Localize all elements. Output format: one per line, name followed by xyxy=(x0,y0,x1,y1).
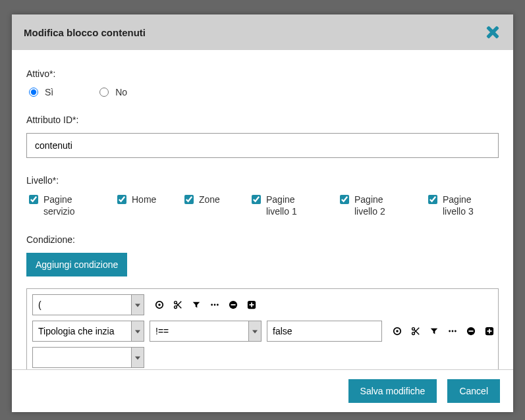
svg-point-15 xyxy=(396,330,399,333)
active-no-label: No xyxy=(115,87,127,97)
level-option-pagine-livello-2[interactable]: Pagine livello 2 xyxy=(340,194,407,217)
plus-icon[interactable] xyxy=(485,327,494,336)
condition-row-actions xyxy=(393,327,494,336)
active-no-radio[interactable] xyxy=(99,88,109,97)
condition-group-select[interactable]: ( xyxy=(32,294,144,315)
condition-operator-select[interactable]: !== xyxy=(150,321,262,342)
level-checkbox[interactable] xyxy=(252,195,261,204)
level-option-label: Pagine livello 1 xyxy=(266,194,319,217)
plus-icon[interactable] xyxy=(247,300,256,309)
level-checkbox[interactable] xyxy=(428,195,437,204)
active-label: Attivo*: xyxy=(26,68,499,79)
minus-icon[interactable] xyxy=(229,300,238,309)
level-label: Livello*: xyxy=(26,175,499,186)
level-checkbox[interactable] xyxy=(29,195,38,204)
svg-point-1 xyxy=(158,304,161,307)
level-option-label: Pagine servizio xyxy=(43,194,96,217)
level-checkbox[interactable] xyxy=(184,195,194,204)
modal-header: Modifica blocco contenuti xyxy=(12,14,513,50)
level-option-label: Home xyxy=(132,194,156,205)
svg-point-7 xyxy=(214,304,216,306)
level-option-zone[interactable]: Zone xyxy=(184,194,231,217)
save-button[interactable]: Salva modifiche xyxy=(348,379,437,403)
active-yes-label: Sì xyxy=(45,87,53,97)
ellipsis-icon[interactable] xyxy=(210,300,219,309)
condition-row-partial xyxy=(32,347,493,368)
svg-point-6 xyxy=(211,304,213,306)
svg-rect-10 xyxy=(231,305,236,306)
modal-footer: Salva modifiche Cancel xyxy=(12,369,513,412)
scissors-icon[interactable] xyxy=(173,300,182,309)
condition-row-expression: Tipologia che inzia !== xyxy=(32,321,493,342)
condition-label: Condizione: xyxy=(26,234,499,245)
modal-body: Attivo*: Sì No Attributo ID*: Livello*: … xyxy=(12,50,513,369)
target-icon[interactable] xyxy=(393,327,402,336)
level-option-home[interactable]: Home xyxy=(117,194,163,217)
close-button[interactable] xyxy=(484,24,501,41)
close-icon xyxy=(484,24,501,41)
svg-rect-24 xyxy=(469,331,474,332)
minus-icon[interactable] xyxy=(466,327,476,336)
svg-point-20 xyxy=(449,330,451,332)
filter-icon[interactable] xyxy=(429,327,439,336)
active-yes-radio[interactable] xyxy=(29,88,38,97)
svg-point-8 xyxy=(217,304,219,306)
add-condition-button[interactable]: Aggiungi condizione xyxy=(26,253,127,276)
filter-icon[interactable] xyxy=(192,300,201,309)
condition-row-group: ( xyxy=(32,294,493,315)
level-checkbox[interactable] xyxy=(340,195,349,204)
svg-point-22 xyxy=(455,330,456,332)
level-checkbox-group: Pagine servizio Home Zone Pagine livello… xyxy=(26,194,499,217)
edit-content-block-modal: Modifica blocco contenuti Attivo*: Sì No… xyxy=(12,14,513,412)
cancel-button[interactable]: Cancel xyxy=(447,379,500,403)
level-option-label: Pagine livello 2 xyxy=(354,194,407,217)
active-no-option[interactable]: No xyxy=(99,87,127,97)
attribute-id-label: Attributo ID*: xyxy=(26,115,499,125)
level-checkbox[interactable] xyxy=(117,195,126,204)
modal-title: Modifica blocco contenuti xyxy=(24,27,146,38)
ellipsis-icon[interactable] xyxy=(448,327,457,336)
condition-value-input[interactable] xyxy=(267,321,382,342)
active-radio-group: Sì No xyxy=(26,87,499,97)
scissors-icon[interactable] xyxy=(411,327,420,336)
condition-attribute-select[interactable]: Tipologia che inzia xyxy=(32,321,144,342)
condition-builder: ( Tipologia che inzia xyxy=(26,288,499,369)
target-icon[interactable] xyxy=(155,300,164,309)
level-option-label: Pagine livello 3 xyxy=(443,194,495,217)
condition-row-actions xyxy=(155,300,256,309)
active-yes-option[interactable]: Sì xyxy=(29,87,53,97)
svg-point-21 xyxy=(452,330,454,332)
condition-attribute-select[interactable] xyxy=(32,347,144,368)
svg-rect-13 xyxy=(251,303,252,307)
level-option-pagine-livello-3[interactable]: Pagine livello 3 xyxy=(428,194,495,217)
svg-rect-27 xyxy=(489,329,490,334)
attribute-id-input[interactable] xyxy=(26,133,499,158)
level-option-pagine-livello-1[interactable]: Pagine livello 1 xyxy=(252,194,319,217)
level-option-label: Zone xyxy=(199,194,220,205)
level-option-pagine-servizio[interactable]: Pagine servizio xyxy=(29,194,96,217)
